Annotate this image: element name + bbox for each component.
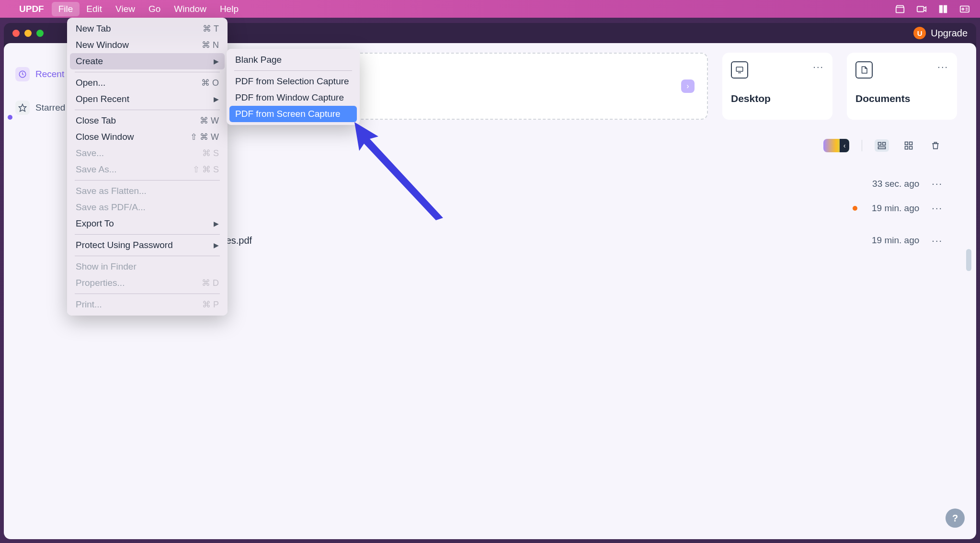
file-more-icon[interactable]: ··· bbox=[932, 178, 943, 189]
clock-icon bbox=[15, 67, 30, 81]
file-more-icon[interactable]: ··· bbox=[932, 203, 943, 214]
menu-item-open-[interactable]: Open...⌘ O bbox=[70, 75, 225, 91]
menu-item-new-tab[interactable]: New Tab⌘ T bbox=[70, 21, 225, 37]
menubar-edit[interactable]: Edit bbox=[80, 2, 109, 16]
macos-menubar: UPDF File Edit View Go Window Help bbox=[0, 0, 980, 18]
folder-card-desktop[interactable]: ··· Desktop bbox=[722, 53, 832, 120]
menubar-status-icons bbox=[895, 4, 970, 14]
store-icon[interactable] bbox=[895, 4, 905, 14]
menu-item-close-window[interactable]: Close Window⇧ ⌘ W bbox=[70, 129, 225, 145]
maximize-window-button[interactable] bbox=[36, 30, 44, 37]
submenu-item-blank-page[interactable]: Blank Page bbox=[229, 52, 357, 68]
help-button[interactable]: ? bbox=[946, 509, 965, 528]
menu-item-close-tab[interactable]: Close Tab⌘ W bbox=[70, 113, 225, 129]
document-icon bbox=[855, 61, 873, 79]
color-filter-button[interactable] bbox=[823, 139, 849, 152]
menubar-window[interactable]: Window bbox=[167, 2, 213, 16]
file-row[interactable]: (2).pdf 33 sec. ago ··· bbox=[124, 171, 957, 196]
menubar-help[interactable]: Help bbox=[213, 2, 245, 16]
svg-rect-17 bbox=[905, 147, 908, 149]
folder-label: Desktop bbox=[731, 93, 824, 104]
upgrade-label: Upgrade bbox=[931, 28, 968, 39]
id-card-icon[interactable] bbox=[959, 4, 970, 14]
file-menu-dropdown: New Tab⌘ TNew Window⌘ NCreate▶Open...⌘ O… bbox=[67, 18, 228, 316]
svg-rect-15 bbox=[905, 142, 908, 145]
traffic-lights bbox=[12, 30, 44, 37]
card-more-icon[interactable]: ··· bbox=[813, 61, 824, 72]
scrollbar-thumb[interactable] bbox=[966, 249, 971, 271]
file-time: 33 sec. ago bbox=[872, 179, 919, 189]
file-more-icon[interactable]: ··· bbox=[932, 235, 943, 246]
menu-item-protect-using-password[interactable]: Protect Using Password▶ bbox=[70, 237, 225, 253]
svg-rect-0 bbox=[896, 7, 904, 12]
menu-item-create[interactable]: Create▶ bbox=[70, 53, 225, 69]
menubar-file[interactable]: File bbox=[52, 2, 80, 16]
create-submenu: Blank PagePDF from Selection CapturePDF … bbox=[227, 49, 360, 125]
folder-card-documents[interactable]: ··· Documents bbox=[847, 53, 957, 120]
sidebar-active-indicator bbox=[8, 115, 12, 120]
app-name[interactable]: UPDF bbox=[19, 4, 44, 14]
layout-icon[interactable] bbox=[938, 4, 948, 14]
menu-item-save-as-flatten-: Save as Flatten... bbox=[70, 183, 225, 199]
card-more-icon[interactable]: ··· bbox=[937, 61, 948, 72]
menu-item-new-window[interactable]: New Window⌘ N bbox=[70, 37, 225, 53]
file-name: World of Microbes.pdf bbox=[159, 235, 859, 246]
file-time: 19 min. ago bbox=[872, 203, 919, 214]
svg-rect-1 bbox=[917, 6, 924, 11]
svg-marker-9 bbox=[19, 104, 26, 112]
menu-item-save-as-: Save As...⇧ ⌘ S bbox=[70, 161, 225, 178]
minimize-window-button[interactable] bbox=[24, 30, 32, 37]
svg-rect-13 bbox=[883, 142, 886, 145]
status-dot-icon bbox=[853, 206, 857, 211]
menu-item-export-to[interactable]: Export To▶ bbox=[70, 215, 225, 232]
file-time: 19 min. ago bbox=[872, 235, 919, 246]
file-row[interactable]: World of Microbes.pdf 19 min. ago ··· bbox=[124, 220, 957, 260]
menu-item-open-recent[interactable]: Open Recent▶ bbox=[70, 91, 225, 107]
menu-item-show-in-finder: Show in Finder bbox=[70, 259, 225, 275]
svg-rect-14 bbox=[878, 147, 886, 149]
menu-item-save-as-pdf-a-: Save as PDF/A... bbox=[70, 199, 225, 215]
file-name: .pdf bbox=[124, 203, 840, 214]
menu-item-print-: Print...⌘ P bbox=[70, 296, 225, 313]
toolbar-divider bbox=[862, 140, 862, 151]
menu-item-properties-: Properties...⌘ D bbox=[70, 275, 225, 291]
svg-rect-2 bbox=[939, 5, 943, 13]
chevron-right-icon[interactable]: › bbox=[681, 79, 695, 93]
menu-item-save-: Save...⌘ S bbox=[70, 145, 225, 161]
file-name: (2).pdf bbox=[124, 178, 860, 189]
list-view-button[interactable] bbox=[875, 139, 889, 152]
menubar-go[interactable]: Go bbox=[142, 2, 167, 16]
folder-label: Documents bbox=[855, 93, 948, 104]
user-badge: U bbox=[913, 27, 926, 39]
svg-rect-12 bbox=[878, 142, 881, 145]
svg-rect-16 bbox=[910, 142, 912, 145]
menubar-view[interactable]: View bbox=[109, 2, 142, 16]
submenu-item-pdf-from-window-capture[interactable]: PDF from Window Capture bbox=[229, 90, 357, 106]
grid-view-button[interactable] bbox=[901, 139, 916, 152]
list-toolbar bbox=[124, 139, 957, 152]
submenu-item-pdf-from-screen-capture[interactable]: PDF from Screen Capture bbox=[229, 106, 357, 122]
sidebar-item-label: Recent bbox=[35, 69, 64, 79]
submenu-item-pdf-from-selection-capture[interactable]: PDF from Selection Capture bbox=[229, 73, 357, 90]
file-row[interactable]: .pdf 19 min. ago ··· bbox=[124, 196, 957, 220]
delete-button[interactable] bbox=[928, 139, 943, 152]
svg-rect-18 bbox=[910, 147, 912, 149]
svg-point-5 bbox=[962, 8, 964, 10]
monitor-icon bbox=[731, 61, 748, 79]
svg-rect-10 bbox=[736, 67, 743, 71]
upgrade-button[interactable]: U Upgrade bbox=[913, 27, 968, 39]
camera-icon[interactable] bbox=[916, 4, 927, 14]
svg-rect-3 bbox=[944, 5, 947, 13]
close-window-button[interactable] bbox=[12, 30, 20, 37]
star-icon bbox=[15, 101, 30, 115]
sidebar-item-label: Starred bbox=[35, 102, 65, 113]
